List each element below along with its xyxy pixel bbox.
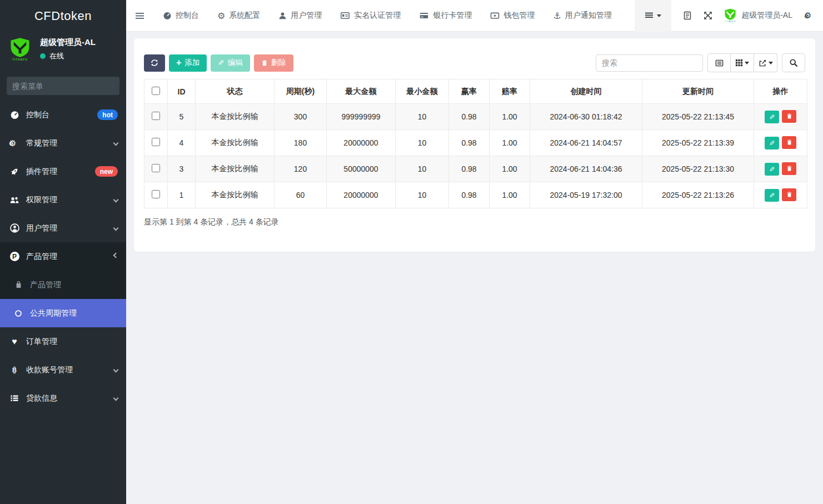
row-checkbox[interactable]: [152, 190, 160, 198]
sidebar-item-products[interactable]: 产品管理: [0, 242, 126, 271]
product-p-icon: [8, 252, 21, 261]
pagination-summary: 显示第 1 到第 4 条记录，总共 4 条记录: [144, 217, 805, 227]
chevron-left-icon: [113, 141, 119, 146]
row-delete-button[interactable]: [782, 162, 796, 175]
nav-item-label: 实名认证管理: [354, 11, 401, 21]
sidebar-item-public-period[interactable]: 公共周期管理: [0, 299, 126, 327]
columns-button[interactable]: [731, 53, 754, 72]
sidebar-item-users[interactable]: 用户管理: [0, 214, 126, 242]
online-label: 在线: [49, 51, 64, 61]
sidebar-item-general[interactable]: 常规管理: [0, 129, 126, 157]
nav-item-label: 银行卡管理: [433, 11, 472, 21]
col-odds: 赔率: [490, 79, 530, 104]
row-edit-button[interactable]: [765, 189, 779, 202]
nav-item-label: 钱包管理: [503, 11, 535, 21]
detail-view-icon: [715, 59, 724, 67]
select-all-checkbox[interactable]: [152, 87, 160, 95]
nav-item-real-name-auth[interactable]: 实名认证管理: [340, 11, 401, 21]
cell-win-rate: 0.98: [449, 104, 490, 130]
row-edit-button[interactable]: [765, 111, 779, 123]
edit-button[interactable]: 编辑: [211, 54, 250, 72]
search-button[interactable]: [782, 53, 805, 72]
row-edit-button[interactable]: [765, 137, 779, 149]
refresh-icon: [151, 59, 158, 67]
nav-item-console[interactable]: 控制台: [163, 11, 199, 21]
cell-win-rate: 0.98: [449, 156, 490, 182]
sidebar-item-orders[interactable]: 订单管理: [0, 327, 126, 356]
table-row[interactable]: 5 本金按比例输 300 999999999 10 0.98 1.00 2024…: [144, 104, 807, 130]
add-button[interactable]: 添加: [169, 54, 207, 72]
sidebar-item-plugins[interactable]: 插件管理 new: [0, 157, 126, 186]
table-row[interactable]: 3 本金按比例输 120 50000000 10 0.98 1.00 2024-…: [144, 156, 807, 182]
svg-text:B: B: [12, 367, 17, 373]
row-checkbox[interactable]: [152, 112, 160, 120]
shield-logo-icon: [9, 37, 31, 57]
cell-status: 本金按比例输: [196, 104, 275, 130]
nav-item-user-manage[interactable]: 用户管理: [278, 11, 322, 21]
row-delete-button[interactable]: [782, 136, 796, 149]
nav-item-user-notice[interactable]: 用户通知管理: [553, 11, 611, 21]
chevron-left-icon: [113, 396, 119, 401]
rocket-icon: [8, 167, 21, 176]
table-search-input[interactable]: [596, 54, 703, 72]
nav-item-label: 系统配置: [229, 11, 260, 21]
sidebar-item-label: 收款账号管理: [26, 365, 73, 375]
cell-updated-at: 2025-05-22 21:13:30: [642, 156, 754, 182]
sidebar-search-input[interactable]: [12, 82, 113, 91]
chevron-down-icon: [113, 253, 119, 258]
user-menu[interactable]: TITANFX 超级管理员-AL: [724, 8, 792, 23]
col-win-rate: 赢率: [449, 79, 490, 104]
nav-item-bank-card[interactable]: 银行卡管理: [419, 11, 472, 21]
user-icon: [278, 12, 287, 20]
search-icon[interactable]: [113, 82, 114, 90]
col-max-amount: 最大金额: [327, 79, 396, 104]
caret-down-icon: [657, 14, 661, 17]
hamburger-menu-icon[interactable]: [135, 12, 144, 20]
table-row[interactable]: 1 本金按比例输 60 20000000 10 0.98 1.00 2024-0…: [144, 182, 807, 208]
sidebar-item-console[interactable]: 控制台 hot: [0, 101, 126, 129]
trash-icon: [786, 165, 792, 172]
language-icon[interactable]: [683, 11, 692, 20]
list-menu-icon: [645, 12, 654, 19]
user-circle-icon: [8, 223, 21, 233]
delete-button[interactable]: 删除: [254, 54, 293, 72]
sidebar-item-permissions[interactable]: 权限管理: [0, 186, 126, 214]
row-edit-button[interactable]: [765, 163, 779, 176]
refresh-button[interactable]: [144, 54, 165, 72]
chevron-left-icon: [113, 367, 119, 373]
export-button[interactable]: [754, 53, 777, 72]
sidebar-item-label: 常规管理: [26, 138, 57, 148]
nav-item-system-config[interactable]: 系统配置: [217, 11, 260, 21]
cell-max-amount: 999999999: [327, 104, 396, 130]
nav-item-label: 控制台: [176, 11, 199, 21]
sidebar-item-label: 公共周期管理: [30, 308, 77, 318]
detail-view-button[interactable]: [707, 53, 731, 72]
table-list-dropdown[interactable]: [635, 0, 671, 32]
data-panel: 添加 编辑 删除: [134, 38, 815, 252]
trash-icon: [786, 113, 792, 119]
nav-item-label: 用户管理: [291, 11, 322, 21]
nav-item-wallet[interactable]: 钱包管理: [490, 11, 535, 21]
select-all-cell: [144, 79, 168, 104]
row-checkbox[interactable]: [152, 138, 160, 146]
fullscreen-icon[interactable]: [704, 11, 712, 20]
settings-gears-icon[interactable]: [804, 11, 815, 21]
col-period: 周期(秒): [275, 79, 327, 104]
row-checkbox[interactable]: [152, 164, 160, 172]
table-header-row: ID 状态 周期(秒) 最大金额 最小金额 赢率 赔率 创建时间 更新时间 操作: [144, 79, 807, 104]
hot-badge: hot: [97, 109, 118, 120]
sidebar-item-label: 插件管理: [26, 167, 57, 177]
table-row[interactable]: 4 本金按比例输 180 20000000 10 0.98 1.00 2024-…: [144, 130, 807, 156]
sidebar-item-loan-info[interactable]: 贷款信息: [0, 384, 126, 412]
trash-icon: [786, 139, 792, 146]
delete-button-label: 删除: [271, 58, 286, 68]
row-delete-button[interactable]: [782, 188, 796, 201]
sidebar-item-product-manage[interactable]: 产品管理: [0, 271, 126, 299]
admin-name-label: 超级管理员-AL: [741, 11, 792, 21]
row-delete-button[interactable]: [782, 110, 796, 123]
brand-title: CFDtoken: [0, 0, 126, 32]
user-name: 超级管理员-AL: [40, 37, 96, 48]
cell-min-amount: 10: [396, 156, 449, 182]
sidebar-item-payment-accounts[interactable]: B 收款账号管理: [0, 356, 126, 384]
user-panel: TITANFX 超级管理员-AL 在线: [0, 32, 126, 69]
